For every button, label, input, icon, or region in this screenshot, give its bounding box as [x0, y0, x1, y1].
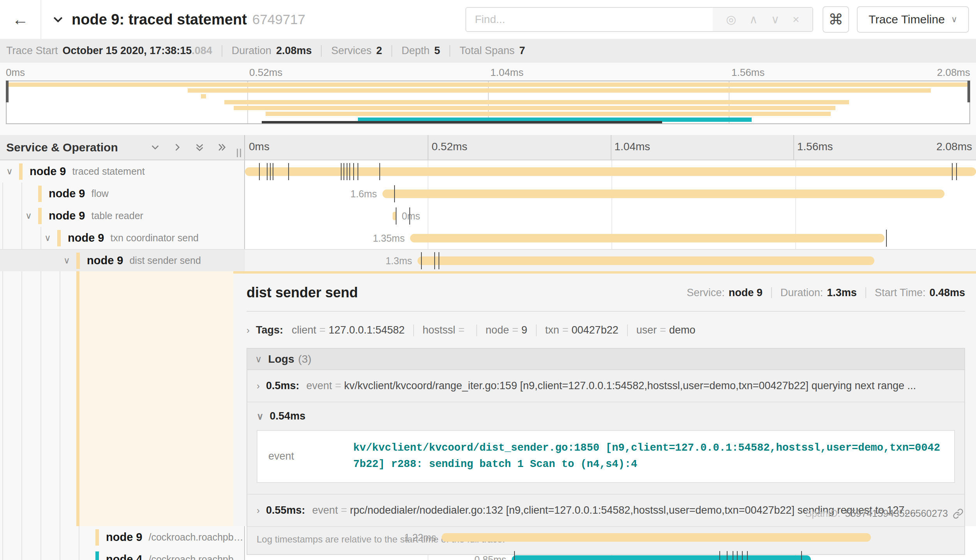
tag: client=127.0.0.1:54582: [292, 324, 405, 336]
trace-summary-bar: Trace Start October 15 2020, 17:38:15 .0…: [0, 39, 976, 63]
log-fields: event = kv/kvclient/kvcoord/range_iter.g…: [307, 380, 916, 392]
span-bar-cell[interactable]: [245, 160, 976, 183]
tags-row[interactable]: › Tags: client=127.0.0.1:54582 hostssl= …: [247, 324, 965, 336]
collapse-all-icon[interactable]: [194, 142, 205, 153]
tree-chevron-down-icon[interactable]: ∨: [6, 166, 19, 177]
span-detail-highlight: [79, 271, 233, 526]
span-color-stripe: [76, 271, 79, 526]
trace-timeline-page: ← node 9: traced statement 6749717 ◎ ∧ ∨…: [0, 0, 976, 560]
collapse-one-icon[interactable]: [150, 142, 160, 153]
span-bar-cell[interactable]: 1.6ms: [245, 183, 976, 205]
span-name-cell[interactable]: ∨ node 9 dist sender send: [0, 250, 245, 271]
span-name-cell[interactable]: ∨ node 9 table reader: [0, 205, 245, 227]
summary-value: October 15 2020, 17:38:15: [63, 45, 192, 57]
expand-one-icon[interactable]: [172, 142, 183, 153]
match-target-icon[interactable]: ◎: [726, 14, 736, 25]
collapse-header-chevron-icon[interactable]: [51, 13, 65, 26]
span-id-value: 5597415943526560273: [845, 508, 948, 519]
log-timestamp: 0.55ms:: [266, 504, 305, 516]
log-marker-tick: [267, 163, 268, 180]
tree-chevron-down-icon[interactable]: ∨: [25, 211, 38, 221]
span-duration-label: 1.6ms: [351, 188, 377, 199]
tag: node=9: [486, 324, 527, 336]
span-duration-bar[interactable]: [442, 533, 871, 542]
summary-value: 5: [434, 45, 440, 57]
service-name: node 9: [30, 165, 66, 178]
span-name-cell[interactable]: node 9 /cockroach.roachpb.I…: [0, 526, 245, 548]
divider: [865, 287, 866, 298]
span-bar-cell[interactable]: 1.35ms: [245, 227, 976, 249]
logs-count: (3): [298, 353, 311, 365]
trace-id: 6749717: [252, 12, 305, 27]
next-match-icon[interactable]: ∨: [771, 14, 779, 25]
operation-name: flow: [91, 188, 108, 199]
tree-chevron-down-icon[interactable]: ∨: [63, 255, 76, 266]
find-input[interactable]: [466, 8, 713, 31]
service-name: node 9: [87, 254, 123, 267]
divider: [222, 45, 222, 57]
span-name-cell[interactable]: ∨ node 9 txn coordinator send: [0, 227, 245, 249]
summary-value: 7: [519, 45, 525, 57]
span-detail-meta: Service: node 9 Duration: 1.3ms Start Ti…: [687, 287, 965, 299]
link-icon[interactable]: [953, 508, 964, 519]
log-entry[interactable]: › 0.5ms: event = kv/kvclient/kvcoord/ran…: [247, 370, 964, 402]
minimap-canvas[interactable]: [6, 81, 970, 124]
span-duration-label: 0ms: [402, 210, 420, 221]
summary-value-suffix: .084: [192, 45, 212, 57]
log-entry-header[interactable]: ∨ 0.54ms: [257, 410, 955, 422]
minimap-left-scrubber[interactable]: [6, 81, 9, 102]
span-color-chip: [57, 230, 61, 246]
clear-find-icon[interactable]: ×: [793, 14, 800, 25]
tag: hostssl=: [423, 324, 468, 336]
minimap-right-scrubber[interactable]: [967, 81, 970, 102]
operation-name: txn coordinator send: [110, 232, 199, 244]
minimap-selection-underline: [262, 121, 662, 123]
expand-all-icon[interactable]: [217, 142, 227, 153]
log-marker-tick: [439, 252, 439, 269]
axis-tick-label: 2.08ms: [936, 140, 972, 153]
tree-chevron-down-icon[interactable]: ∨: [44, 233, 57, 243]
span-duration-bar[interactable]: [245, 167, 976, 176]
service-operation-title: Service & Operation: [6, 141, 118, 154]
column-resize-grip[interactable]: [237, 149, 241, 157]
keyboard-shortcuts-button[interactable]: ⌘: [823, 6, 849, 33]
minimap-axis-tick: 1.04ms: [490, 67, 523, 79]
log-marker-tick: [747, 551, 748, 560]
span-name-cell[interactable]: node 9 flow: [0, 183, 245, 205]
log-marker-tick: [341, 163, 342, 180]
view-dropdown-button[interactable]: Trace Timeline ∨: [857, 6, 969, 33]
span-bar-cell[interactable]: 1.3ms: [245, 250, 976, 271]
minimap-axis-tick: 2.08ms: [937, 67, 970, 79]
span-bar-cell[interactable]: 0.85ms: [245, 548, 976, 560]
span-duration-bar[interactable]: [382, 190, 944, 198]
span-name-cell[interactable]: node 4 /cockroach.roachpb.I…: [0, 548, 245, 560]
operation-name: traced statement: [72, 166, 144, 177]
span-name-cell[interactable]: ∨ node 9 traced statement: [0, 160, 245, 183]
span-bar-cell[interactable]: 0ms: [245, 205, 976, 227]
span-bar-cell[interactable]: 1.22ms: [245, 526, 976, 548]
back-button[interactable]: ←: [0, 0, 41, 39]
chevron-right-icon: ›: [257, 505, 260, 516]
summary-value: 2: [376, 45, 382, 57]
timeline-axis-header: 0ms 0.52ms 1.04ms 1.56ms 2.08ms: [245, 135, 976, 160]
span-duration-bar[interactable]: [512, 555, 811, 560]
meta-label: Start Time:: [875, 287, 926, 299]
span-duration-bar[interactable]: [418, 256, 874, 265]
span-row: node 4 /cockroach.roachpb.I… 0.85ms: [0, 548, 976, 560]
log-marker-tick: [273, 163, 273, 180]
top-nav: ← node 9: traced statement 6749717 ◎ ∧ ∨…: [0, 0, 976, 39]
span-id-row: SpanID: 5597415943526560273: [805, 508, 964, 519]
log-marker-tick: [434, 252, 435, 269]
tag: user=demo: [636, 324, 696, 336]
find-tools: ◎ ∧ ∨ ×: [713, 8, 812, 31]
log-marker-tick: [349, 163, 350, 180]
span-duration-bar[interactable]: [410, 234, 884, 242]
log-entry-expanded: ∨ 0.54ms event kv/kvclient/kvcoord/dist_…: [247, 402, 964, 494]
log-marker-tick: [344, 163, 344, 180]
logs-accordion-header[interactable]: ∨ Logs (3): [247, 348, 965, 370]
minimap-axis-tick: 0ms: [6, 67, 25, 79]
meta-label: Service:: [687, 287, 725, 299]
operation-name: table reader: [91, 210, 143, 221]
tag: txn=00427b22: [545, 324, 618, 336]
prev-match-icon[interactable]: ∧: [749, 14, 758, 25]
